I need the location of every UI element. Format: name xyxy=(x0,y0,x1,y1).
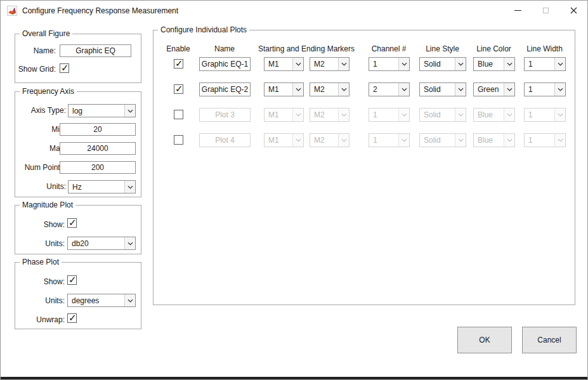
chevron-down-icon xyxy=(554,134,565,147)
magnitude-plot-group: Magnitude Plot Show: Units: db20 xyxy=(15,205,141,254)
start-marker-dropdown[interactable]: M1 xyxy=(264,57,304,71)
start-marker-dropdown: M1 xyxy=(264,133,304,147)
cancel-button[interactable]: Cancel xyxy=(522,327,577,353)
individual-plots-group: Configure Individual Plots xyxy=(153,30,575,305)
line-style-dropdown[interactable]: Solid xyxy=(419,82,466,96)
plot-name-field[interactable]: Graphic EQ-1 xyxy=(199,57,251,71)
chevron-down-icon xyxy=(554,108,565,121)
num-points-field[interactable]: 200 xyxy=(60,161,136,174)
window-bottom-edge xyxy=(1,377,587,379)
line-style-dropdown: Solid xyxy=(419,108,466,122)
enable-checkbox[interactable] xyxy=(174,110,183,119)
end-marker-dropdown: M2 xyxy=(310,133,350,147)
chevron-down-icon xyxy=(292,83,303,96)
close-icon xyxy=(570,7,577,14)
window-title: Configure Frequency Response Measurement xyxy=(22,6,178,15)
chevron-down-icon xyxy=(398,134,409,147)
header-line-width: Line Width xyxy=(523,44,566,53)
dialog-window: Configure Frequency Response Measurement… xyxy=(0,0,588,380)
magnitude-show-label: Show: xyxy=(18,219,65,230)
chevron-down-icon xyxy=(292,58,303,70)
plot-name-field: Plot 4 xyxy=(199,133,251,147)
chevron-down-icon xyxy=(455,134,466,147)
maximize-icon xyxy=(543,8,549,13)
chevron-down-icon xyxy=(504,134,514,147)
channel-dropdown[interactable]: 2 xyxy=(369,82,410,96)
figure-name-label: Name: xyxy=(18,46,56,56)
line-width-dropdown[interactable]: 1 xyxy=(524,57,566,71)
plot-name-field[interactable]: Graphic EQ-2 xyxy=(199,82,251,96)
line-style-dropdown[interactable]: Solid xyxy=(419,57,466,71)
phase-plot-legend: Phase Plot xyxy=(20,258,62,266)
channel-dropdown[interactable]: 1 xyxy=(369,57,410,71)
phase-units-dropdown[interactable]: degrees xyxy=(67,294,136,307)
chevron-down-icon xyxy=(504,108,514,121)
enable-checkbox[interactable] xyxy=(174,59,183,69)
line-color-dropdown: Blue xyxy=(473,133,515,147)
plot-row-4: Plot 4 M1 M2 1 Solid Blue 1 xyxy=(1,133,588,147)
phase-show-checkbox[interactable] xyxy=(67,275,77,285)
channel-dropdown: 1 xyxy=(369,133,410,147)
minimize-button[interactable] xyxy=(504,1,532,20)
header-enable: Enable xyxy=(161,44,195,53)
app-icon xyxy=(7,6,17,16)
freq-units-label: Units: xyxy=(16,181,66,192)
enable-checkbox[interactable] xyxy=(174,84,183,94)
chevron-down-icon xyxy=(292,134,303,147)
header-line-color: Line Color xyxy=(473,44,515,53)
magnitude-units-dropdown[interactable]: db20 xyxy=(67,237,136,250)
line-width-dropdown: 1 xyxy=(524,133,566,147)
header-channel: Channel # xyxy=(367,44,410,53)
line-color-dropdown[interactable]: Blue xyxy=(473,57,515,71)
individual-plots-legend: Configure Individual Plots xyxy=(158,25,249,34)
close-button[interactable] xyxy=(559,1,587,20)
chevron-down-icon xyxy=(455,108,466,121)
chevron-down-icon xyxy=(338,134,349,147)
chevron-down-icon xyxy=(124,181,135,193)
num-points-label: Num Points: xyxy=(16,162,66,173)
header-markers: Starting and Ending Markers xyxy=(253,44,360,53)
overall-figure-legend: Overall Figure xyxy=(20,29,72,38)
chevron-down-icon xyxy=(504,58,514,70)
chevron-down-icon xyxy=(338,108,349,121)
chevron-down-icon xyxy=(554,83,565,96)
plot-row-3: Plot 3 M1 M2 1 Solid Blue 1 xyxy=(1,108,588,122)
line-color-dropdown[interactable]: Green xyxy=(473,82,515,96)
channel-dropdown: 1 xyxy=(369,108,410,122)
maximize-button[interactable] xyxy=(532,1,559,20)
start-marker-dropdown[interactable]: M1 xyxy=(264,82,304,96)
phase-plot-group: Phase Plot Show: Units: degrees Unwrap: xyxy=(15,262,141,329)
magnitude-show-checkbox[interactable] xyxy=(67,218,77,228)
chevron-down-icon xyxy=(398,108,409,121)
header-line-style: Line Style xyxy=(419,44,466,53)
chevron-down-icon xyxy=(338,58,349,70)
phase-show-label: Show: xyxy=(18,277,65,287)
enable-checkbox[interactable] xyxy=(174,135,183,145)
chevron-down-icon xyxy=(398,83,409,96)
end-marker-dropdown[interactable]: M2 xyxy=(310,82,350,96)
titlebar: Configure Frequency Response Measurement xyxy=(1,1,587,20)
chevron-down-icon xyxy=(504,83,514,96)
chevron-down-icon xyxy=(455,58,466,70)
line-color-dropdown: Blue xyxy=(473,108,515,122)
unwrap-checkbox[interactable] xyxy=(67,313,77,323)
line-width-dropdown[interactable]: 1 xyxy=(524,82,566,96)
line-style-dropdown: Solid xyxy=(419,133,466,147)
window-controls xyxy=(504,1,587,20)
end-marker-dropdown[interactable]: M2 xyxy=(310,57,350,71)
ok-button[interactable]: OK xyxy=(457,327,512,353)
plot-row-2: Graphic EQ-2 M1 M2 2 Solid Green 1 xyxy=(1,82,588,96)
chevron-down-icon xyxy=(124,294,135,306)
header-name: Name xyxy=(198,44,251,53)
phase-units-label: Units: xyxy=(18,296,65,306)
magnitude-plot-legend: Magnitude Plot xyxy=(20,200,75,209)
chevron-down-icon xyxy=(455,83,466,96)
unwrap-label: Unwrap: xyxy=(18,315,65,325)
chevron-down-icon xyxy=(292,108,303,121)
figure-name-field[interactable]: Graphic EQ xyxy=(60,44,131,57)
chevron-down-icon xyxy=(398,58,409,70)
magnitude-units-label: Units: xyxy=(18,239,65,249)
freq-units-dropdown[interactable]: Hz xyxy=(68,180,136,193)
line-width-dropdown: 1 xyxy=(524,108,566,122)
plot-row-1: Graphic EQ-1 M1 M2 1 Solid Blue 1 xyxy=(1,57,588,71)
